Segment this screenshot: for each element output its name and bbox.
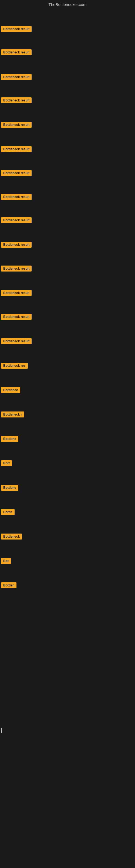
bottleneck-badge[interactable]: Bottleneck result (1, 314, 32, 320)
bottleneck-row[interactable]: Bottleneck result (0, 216, 135, 225)
bottleneck-row[interactable]: Bottleneck result (0, 96, 135, 105)
bottleneck-row[interactable]: Bottlene (0, 434, 135, 443)
bottleneck-badge[interactable]: Bottleneck result (1, 122, 32, 128)
bottleneck-row[interactable]: Bottle (0, 507, 135, 517)
bottleneck-badge[interactable]: Bottleneck result (1, 50, 32, 55)
site-title: TheBottlenecker.com (0, 0, 135, 9)
bottleneck-row[interactable]: Bottleneck result (0, 168, 135, 178)
bottleneck-row[interactable]: Bottleneck result (0, 312, 135, 321)
bottleneck-row[interactable]: Bottleneck (0, 532, 135, 541)
bottleneck-row[interactable]: Bott (0, 459, 135, 468)
bottleneck-badge[interactable]: Bottleneck result (1, 26, 32, 32)
bottleneck-badge[interactable]: Bot (1, 558, 11, 564)
bottleneck-row[interactable]: Bottleneck result (0, 264, 135, 273)
bottleneck-row[interactable]: Bottleneck result (0, 24, 135, 34)
bottleneck-badge[interactable]: Bottlene (1, 485, 18, 491)
bottleneck-badge[interactable]: Bottleneck result (1, 97, 32, 103)
bottleneck-row[interactable]: Bottlene (0, 483, 135, 492)
bottleneck-badge[interactable]: Bottlene (1, 436, 18, 442)
bottleneck-badge[interactable]: Bottleneck result (1, 266, 32, 272)
bottleneck-row[interactable]: Bottleneck result (0, 72, 135, 82)
bottleneck-row[interactable]: Bottleneck result (0, 145, 135, 154)
bottleneck-row[interactable]: Bottleneck r (0, 410, 135, 419)
bottleneck-row[interactable]: Bottleneck result (0, 120, 135, 129)
bottleneck-row[interactable]: Bottleneck res (0, 361, 135, 370)
bottleneck-row[interactable]: Bottleneck result (0, 192, 135, 202)
bottleneck-row[interactable]: Bottlen (0, 581, 135, 590)
bottleneck-badge[interactable]: Bottleneck result (1, 290, 32, 296)
bottleneck-row[interactable]: Bottleneck result (0, 48, 135, 57)
bottleneck-badge[interactable]: Bottleneck result (1, 217, 32, 223)
bottleneck-badge[interactable]: Bott (1, 460, 12, 466)
bottleneck-row[interactable]: Bottleneck result (0, 288, 135, 298)
bottleneck-badge[interactable]: Bottleneck result (1, 170, 32, 176)
bottleneck-row[interactable]: Bottleneck result (0, 240, 135, 249)
bottleneck-badge[interactable]: Bottlenec (1, 387, 20, 393)
text-cursor (1, 728, 2, 733)
bottleneck-badge[interactable]: Bottleneck result (1, 242, 32, 248)
bottleneck-badge[interactable]: Bottlen (1, 582, 16, 588)
bottleneck-badge[interactable]: Bottleneck result (1, 338, 32, 344)
bottleneck-row[interactable]: Bottleneck result (0, 337, 135, 346)
bottleneck-row[interactable]: Bottlenec (0, 385, 135, 395)
bottleneck-badge[interactable]: Bottleneck result (1, 74, 32, 80)
bottleneck-badge[interactable]: Bottleneck r (1, 411, 24, 417)
bottleneck-badge[interactable]: Bottleneck res (1, 363, 28, 369)
bottleneck-badge[interactable]: Bottleneck (1, 533, 22, 539)
bottleneck-badge[interactable]: Bottleneck result (1, 146, 32, 152)
bottleneck-row[interactable]: Bot (0, 556, 135, 565)
bottleneck-badge[interactable]: Bottle (1, 509, 14, 515)
bottleneck-badge[interactable]: Bottleneck result (1, 194, 32, 200)
